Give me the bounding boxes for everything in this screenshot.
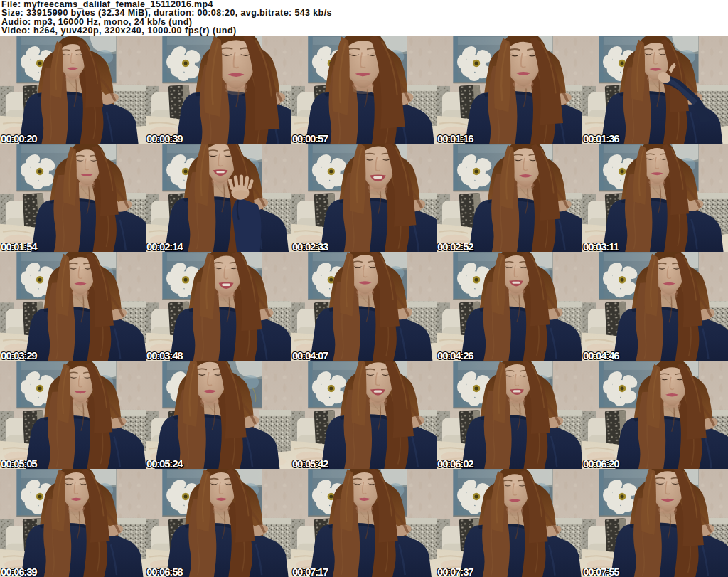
svg-text:00:02:52: 00:02:52	[437, 240, 473, 252]
svg-text:00:07:17: 00:07:17	[292, 566, 328, 577]
svg-text:00:04:46: 00:04:46	[583, 349, 619, 361]
svg-text:00:03:11: 00:03:11	[583, 240, 619, 252]
svg-text:00:05:42: 00:05:42	[292, 457, 328, 469]
svg-text:00:05:24: 00:05:24	[146, 457, 183, 469]
svg-text:00:02:33: 00:02:33	[292, 240, 328, 252]
svg-text:00:06:02: 00:06:02	[437, 457, 473, 469]
svg-text:00:07:37: 00:07:37	[437, 566, 473, 577]
svg-text:00:02:14: 00:02:14	[146, 240, 183, 252]
svg-text:00:07:55: 00:07:55	[583, 566, 619, 577]
svg-text:00:01:54: 00:01:54	[1, 240, 38, 252]
svg-text:00:06:58: 00:06:58	[146, 566, 183, 577]
svg-text:00:00:39: 00:00:39	[146, 132, 183, 144]
svg-text:00:03:48: 00:03:48	[146, 349, 183, 361]
svg-text:00:01:36: 00:01:36	[583, 132, 619, 144]
svg-text:00:06:20: 00:06:20	[583, 457, 619, 469]
svg-text:00:01:16: 00:01:16	[437, 132, 473, 144]
svg-text:00:04:26: 00:04:26	[437, 349, 473, 361]
svg-text:00:00:20: 00:00:20	[1, 132, 37, 144]
svg-text:00:00:57: 00:00:57	[292, 132, 328, 144]
svg-text:00:03:29: 00:03:29	[1, 349, 37, 361]
svg-text:00:05:05: 00:05:05	[1, 457, 37, 469]
svg-text:00:06:39: 00:06:39	[1, 566, 37, 577]
svg-text:00:04:07: 00:04:07	[292, 349, 328, 361]
